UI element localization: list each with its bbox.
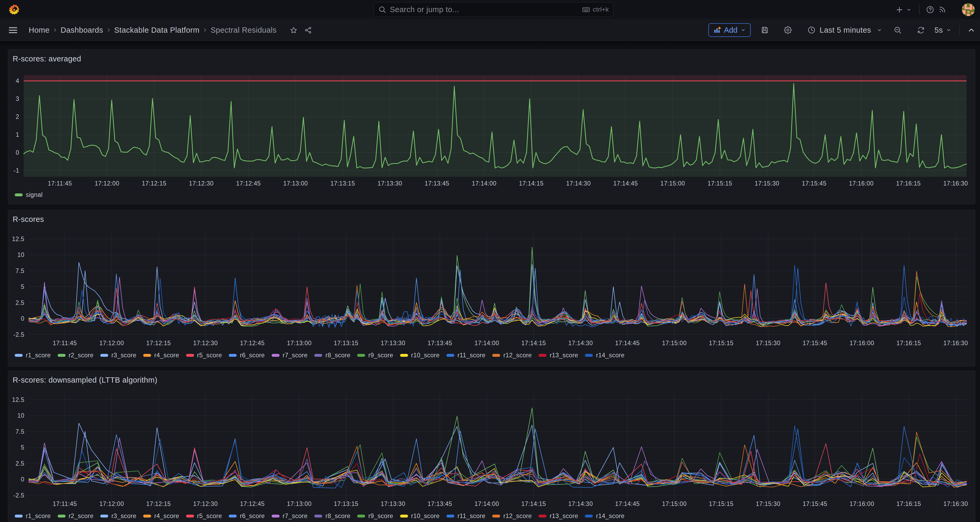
legend-item-r2_score[interactable]: r2_score (58, 512, 94, 520)
legend-item-r14_score[interactable]: r14_score (585, 352, 624, 359)
panel-r-scores-downsampled: R-scores: downsampled (LTTB algorithm) -… (8, 370, 975, 522)
grafana-dashboard: {"topbar":{"search":{"placeholder":"Sear… (0, 0, 980, 522)
x-tick-label: 17:15:00 (660, 180, 685, 187)
legend-item-r7_score[interactable]: r7_score (272, 352, 308, 359)
x-tick-label: 17:14:45 (615, 340, 640, 346)
breadcrumb-folder[interactable]: Stackable Data Platform (114, 26, 199, 35)
search-icon (379, 6, 386, 13)
legend-label: r1_score (26, 512, 51, 520)
news-button[interactable] (939, 6, 946, 13)
breadcrumb-dashboards[interactable]: Dashboards (60, 26, 103, 35)
legend-label: r5_score (197, 352, 222, 359)
legend-swatch (446, 515, 454, 517)
grafana-logo[interactable] (8, 4, 20, 15)
y-tick-label: 0 (16, 149, 19, 156)
y-tick-label: 10 (18, 412, 24, 419)
refresh-picker: 5s (917, 26, 951, 35)
legend-item-r6_score[interactable]: r6_score (229, 352, 265, 359)
legend-item-r5_score[interactable]: r5_score (186, 352, 222, 359)
legend-item-r11_score[interactable]: r11_score (446, 512, 485, 520)
legend-item-r8_score[interactable]: r8_score (314, 352, 350, 359)
panel-r-scores-averaged: R-scores: averaged -10123417:11:4517:12:… (8, 49, 975, 204)
x-tick-label: 17:15:30 (756, 500, 781, 507)
y-tick-label: 0 (21, 476, 24, 483)
legend-item-r3_score[interactable]: r3_score (100, 512, 136, 520)
legend-label: r14_score (596, 352, 624, 359)
x-tick-label: 17:11:45 (52, 500, 77, 507)
legend-item-r10_score[interactable]: r10_score (400, 352, 439, 359)
legend-item-r14_score[interactable]: r14_score (585, 512, 624, 520)
x-tick-label: 17:12:45 (240, 500, 265, 507)
zoom-out-button[interactable] (894, 26, 902, 34)
new-button[interactable] (896, 6, 912, 14)
legend-item-r4_score[interactable]: r4_score (143, 352, 179, 359)
panel-chart[interactable]: -2.502.557.51012.517:11:4517:12:0017:12:… (8, 210, 975, 366)
refresh-button[interactable] (917, 26, 925, 34)
user-avatar[interactable] (962, 3, 975, 16)
x-tick-label: 17:11:45 (52, 340, 77, 346)
dashboard-settings-button[interactable] (784, 26, 792, 34)
x-tick-label: 17:15:00 (662, 500, 687, 507)
legend-item-r9_score[interactable]: r9_score (357, 352, 393, 359)
y-tick-label: -2.5 (13, 492, 24, 499)
legend-label: r5_score (197, 512, 222, 520)
legend-label: r6_score (240, 352, 265, 359)
x-tick-label: 17:12:00 (99, 500, 124, 507)
toolbar-shadow (0, 41, 980, 48)
legend-item-r4_score[interactable]: r4_score (143, 512, 179, 520)
legend-item-r7_score[interactable]: r7_score (272, 512, 308, 520)
chevron-right-icon (202, 27, 208, 33)
legend-item-r12_score[interactable]: r12_score (492, 352, 532, 359)
legend-label: r6_score (240, 512, 265, 520)
help-icon (926, 6, 934, 14)
x-tick-label: 17:16:15 (897, 500, 921, 507)
legend-label: r7_score (283, 512, 308, 520)
legend-item-r1_score[interactable]: r1_score (15, 352, 51, 359)
x-tick-label: 17:16:00 (849, 180, 873, 187)
panel-chart[interactable]: -2.502.557.51012.517:11:4517:12:0017:12:… (8, 371, 975, 522)
x-tick-label: 17:16:00 (850, 500, 874, 507)
x-tick-label: 17:12:00 (99, 340, 124, 346)
legend-item-r5_score[interactable]: r5_score (186, 512, 222, 520)
add-panel-button[interactable]: Add (708, 23, 751, 37)
time-range-picker[interactable]: Last 5 minutes (808, 26, 882, 35)
legend-item-r8_score[interactable]: r8_score (314, 512, 350, 520)
legend-item-r2_score[interactable]: r2_score (58, 352, 94, 359)
search-input[interactable] (390, 5, 582, 14)
legend-item-r9_score[interactable]: r9_score (357, 512, 393, 520)
rss-icon (939, 6, 946, 13)
help-button[interactable] (926, 6, 934, 14)
x-tick-label: 17:12:45 (236, 180, 261, 187)
legend-item-r13_score[interactable]: r13_score (539, 352, 578, 359)
menu-toggle-button[interactable] (8, 25, 18, 35)
collapse-toolbar-button[interactable] (967, 26, 975, 34)
panel-chart[interactable]: -10123417:11:4517:12:0017:12:1517:12:301… (8, 49, 975, 204)
legend-item-signal[interactable]: signal (15, 191, 43, 198)
share-button[interactable] (304, 26, 312, 34)
legend-label: r12_score (503, 352, 532, 359)
hamburger-icon (8, 25, 18, 35)
legend-item-r1_score[interactable]: r1_score (15, 512, 51, 520)
legend-item-r13_score[interactable]: r13_score (539, 512, 578, 520)
breadcrumb-home[interactable]: Home (29, 26, 49, 35)
legend-swatch (314, 515, 322, 517)
legend-item-r12_score[interactable]: r12_score (492, 512, 532, 520)
legend-swatch (15, 193, 23, 196)
legend-label: r8_score (325, 512, 350, 520)
x-tick-label: 17:12:30 (193, 340, 218, 346)
x-tick-label: 17:15:00 (662, 340, 687, 346)
legend-item-r3_score[interactable]: r3_score (100, 352, 136, 359)
legend-label: r11_score (458, 352, 485, 359)
legend-item-r11_score[interactable]: r11_score (446, 352, 485, 359)
favorite-button[interactable] (290, 26, 298, 34)
legend-item-r10_score[interactable]: r10_score (400, 512, 439, 520)
legend-label: r1_score (26, 352, 51, 359)
plus-icon (896, 6, 904, 14)
legend-label: r8_score (325, 352, 350, 359)
y-tick-label: 1 (16, 131, 19, 138)
breadcrumb-current[interactable]: Spectral Residuals (211, 26, 277, 35)
search-bar[interactable]: ctrl+k (374, 2, 613, 17)
save-dashboard-button[interactable] (761, 26, 768, 34)
x-tick-label: 17:11:45 (48, 180, 72, 187)
legend-item-r6_score[interactable]: r6_score (229, 512, 265, 520)
